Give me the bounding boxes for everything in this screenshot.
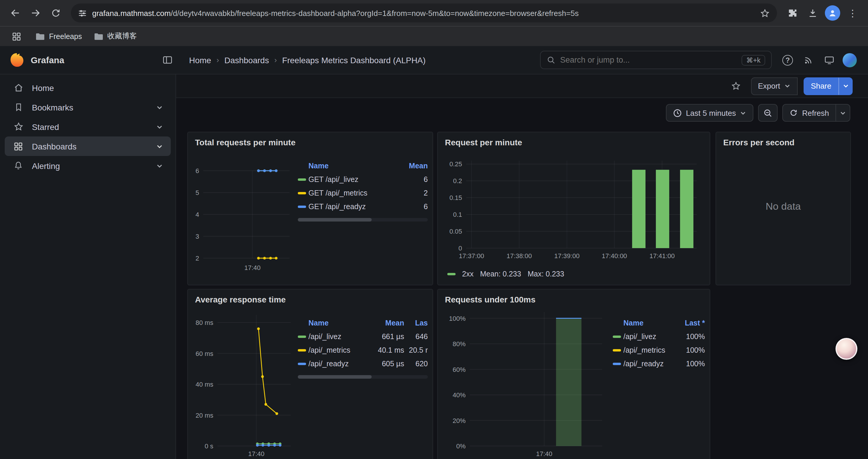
series-marker[interactable]	[298, 335, 306, 338]
svg-text:80%: 80%	[453, 340, 466, 348]
series-marker[interactable]	[298, 349, 306, 351]
bookmark-star-icon[interactable]	[760, 8, 770, 18]
series-name[interactable]: GET /api/_readyz	[308, 202, 424, 210]
series-marker[interactable]	[613, 335, 621, 338]
panel-title[interactable]: Request per minute	[442, 136, 705, 151]
chevron-down-icon[interactable]	[156, 143, 163, 150]
sidebar-item-dashboards[interactable]: Dashboards	[5, 136, 171, 156]
legend-col-mean[interactable]: Mean	[409, 162, 428, 170]
sidebar-item-label: Home	[32, 83, 54, 93]
favorite-dashboard-button[interactable]	[727, 77, 745, 95]
request-per-minute-chart[interactable]: 0.250.20.150.10.05017:37:0017:38:0017:39…	[442, 151, 705, 269]
chevron-down-icon[interactable]	[156, 104, 163, 111]
time-range-label: Last 5 minutes	[686, 108, 736, 117]
series-marker[interactable]	[447, 273, 456, 275]
breadcrumb-home[interactable]: Home	[189, 55, 211, 65]
back-button[interactable]	[6, 4, 25, 23]
user-menu-button[interactable]	[841, 51, 859, 69]
chevron-down-icon[interactable]	[156, 123, 163, 130]
average-response-time-chart[interactable]: 80 ms60 ms40 ms20 ms0 s17:40	[193, 308, 293, 459]
extensions-button[interactable]	[783, 4, 802, 23]
sidebar-item-starred[interactable]: Starred	[5, 117, 171, 136]
downloads-button[interactable]	[803, 4, 822, 23]
legend-col-name[interactable]: Name	[308, 319, 369, 327]
legend-col-last[interactable]: Las	[404, 319, 428, 327]
series-marker[interactable]	[613, 349, 621, 351]
total-requests-chart[interactable]: 6543217:40	[193, 151, 293, 280]
series-name[interactable]: /api/_readyz	[308, 359, 369, 368]
help-button[interactable]: ?	[779, 51, 797, 69]
url-text[interactable]: grafana.mathmast.com/d/deytv4rwavabkb/fr…	[92, 8, 754, 18]
series-name[interactable]: /api/_livez	[623, 332, 686, 340]
site-info-icon[interactable]	[78, 8, 87, 18]
series-name[interactable]: /api/_livez	[308, 332, 369, 340]
bookmark-item-blogs[interactable]: 收藏博客	[94, 31, 137, 41]
breadcrumb-dashboards[interactable]: Dashboards	[224, 55, 269, 65]
panel-title[interactable]: Errors per second	[721, 136, 845, 151]
zoom-out-button[interactable]	[758, 104, 778, 122]
svg-text:0: 0	[459, 244, 462, 252]
series-name[interactable]: /api/_readyz	[623, 359, 686, 368]
sidebar-toggle-button[interactable]	[158, 51, 176, 69]
requests-under-100ms-chart[interactable]: 100%80%60%40%20%0%17:40	[442, 308, 608, 459]
panel-title[interactable]: Total requests per minute	[193, 136, 428, 151]
scrollbar-thumb[interactable]	[298, 375, 372, 379]
panel-title[interactable]: Requests under 100ms	[442, 293, 705, 308]
series-marker[interactable]	[298, 205, 306, 208]
series-name[interactable]: GET /api/_metrics	[308, 189, 424, 197]
series-marker[interactable]	[298, 362, 306, 365]
share-button[interactable]: Share	[804, 77, 838, 95]
series-name[interactable]: /api/_metrics	[308, 346, 369, 354]
bookmark-item-freeleaps[interactable]: Freeleaps	[35, 32, 82, 40]
legend-scrollbar[interactable]	[298, 375, 428, 379]
series-marker[interactable]	[613, 362, 621, 365]
series-marker[interactable]	[298, 192, 306, 194]
profile-button[interactable]	[823, 4, 842, 23]
series-marker[interactable]	[298, 178, 306, 181]
brand-name: Grafana	[31, 55, 64, 65]
omnibox[interactable]: grafana.mathmast.com/d/deytv4rwavabkb/fr…	[71, 4, 777, 23]
series-name[interactable]: 2xx	[462, 270, 473, 278]
reload-button[interactable]	[46, 4, 65, 23]
grafana-logo[interactable]	[9, 53, 24, 67]
share-menu-button[interactable]	[838, 77, 852, 95]
series-max: Max: 0.233	[528, 270, 564, 278]
svg-text:40 ms: 40 ms	[195, 381, 213, 388]
legend-scrollbar[interactable]	[298, 218, 428, 222]
forward-button[interactable]	[26, 4, 45, 23]
series-name[interactable]: /api/_metrics	[623, 346, 686, 354]
sidebar-item-label: Bookmarks	[32, 102, 73, 112]
apps-grid-button[interactable]	[9, 29, 24, 43]
search-box[interactable]: ⌘+k	[540, 51, 772, 69]
refresh-interval-button[interactable]	[836, 104, 850, 122]
legend-col-mean[interactable]: Mean	[369, 319, 404, 327]
series-last: 100%	[686, 346, 705, 354]
legend-col-last[interactable]: Last *	[685, 319, 705, 327]
sidebar-item-alerting[interactable]: Alerting	[5, 156, 171, 175]
browser-menu-button[interactable]: ⋮	[843, 4, 862, 23]
search-input[interactable]	[560, 56, 737, 64]
panel-total-requests-per-minute: Total requests per minute 6543217:40 Nam…	[187, 132, 433, 285]
legend-col-name[interactable]: Name	[308, 162, 409, 170]
time-range-picker[interactable]: Last 5 minutes	[666, 104, 754, 122]
svg-text:17:40: 17:40	[244, 264, 260, 271]
legend-col-name[interactable]: Name	[623, 319, 685, 327]
sidebar-item-home[interactable]: Home	[5, 78, 171, 97]
news-button[interactable]	[800, 51, 817, 69]
panel-title[interactable]: Average response time	[193, 293, 428, 308]
series-mean: Mean: 0.233	[480, 270, 521, 278]
refresh-button[interactable]: Refresh	[783, 104, 836, 122]
scrollbar-thumb[interactable]	[298, 218, 372, 222]
url-domain: grafana.mathmast.com	[92, 8, 171, 18]
chevron-down-icon	[740, 109, 747, 116]
breadcrumb-separator: ›	[274, 56, 277, 64]
sidebar-item-bookmarks[interactable]: Bookmarks	[5, 97, 171, 117]
export-button[interactable]: Export	[751, 77, 798, 95]
legend-table: Name Mean GET /api/_livez 6	[298, 151, 428, 280]
display-button[interactable]	[820, 51, 838, 69]
floating-assistant-avatar[interactable]	[836, 338, 857, 360]
no-data-message: No data	[721, 151, 845, 263]
chevron-down-icon[interactable]	[156, 162, 163, 169]
time-controls: Last 5 minutes Refresh	[666, 104, 850, 122]
series-name[interactable]: GET /api/_livez	[308, 175, 424, 184]
